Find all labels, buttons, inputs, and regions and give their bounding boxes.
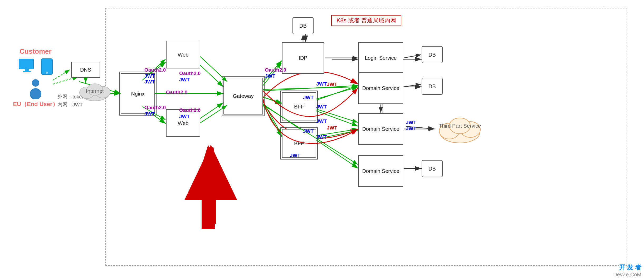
jwt-bff2-ds2: JWT bbox=[316, 134, 327, 140]
person-icon bbox=[28, 78, 43, 99]
jwt-gateway-label: JWT bbox=[265, 73, 275, 79]
oauth2-label-3: Oauth2.0 bbox=[166, 89, 187, 95]
diagram: K8s 或者 普通局域内网 Customer EU（End Use bbox=[0, 0, 644, 279]
customer-area: Customer EU（End User） bbox=[5, 47, 66, 108]
oauth2-label-4: Oauth2.0 bbox=[144, 105, 166, 111]
oauth2-gateway-label: Oauth2.0 bbox=[265, 67, 286, 73]
db-idp-box: DB bbox=[292, 17, 314, 34]
jwt-label-1: JWT bbox=[144, 73, 155, 79]
jwt-label-2: JWT bbox=[144, 79, 155, 85]
jwt-ds2-right: JWT bbox=[406, 120, 416, 126]
watermark: 开 发 者 DevZe.CoM bbox=[613, 263, 641, 278]
third-part-label: Third Part Service bbox=[435, 122, 485, 129]
jwt-bff1-ds1: JWT bbox=[316, 104, 327, 110]
tablet-icon bbox=[40, 58, 53, 76]
jwt-bff1: JWT bbox=[303, 95, 314, 101]
internet-cloud: Internet bbox=[78, 82, 112, 103]
oauth2-label-2: Oauth2.0 bbox=[179, 71, 201, 76]
internet-label: Internet bbox=[78, 88, 112, 94]
desktop-icon bbox=[18, 58, 36, 76]
login-service-box: Login Service bbox=[358, 42, 403, 74]
jwt-bff2: JWT bbox=[303, 128, 314, 134]
dns-box: DNS bbox=[71, 62, 100, 78]
jwt-label-5: JWT bbox=[179, 114, 190, 119]
eu-label: EU（End User） bbox=[5, 100, 66, 108]
jwt-label-3: JWT bbox=[179, 77, 190, 83]
customer-icons bbox=[5, 58, 66, 76]
jwt-ds2-right2: JWT bbox=[406, 126, 416, 132]
oauth2-label-5: Oauth2.0 bbox=[179, 107, 201, 113]
oauth2-label-1: Oauth2.0 bbox=[144, 67, 166, 73]
jwt-ds3: JWT bbox=[290, 153, 300, 158]
jwt-bff1-ds2: JWT bbox=[316, 118, 327, 124]
person-icon-container bbox=[5, 78, 66, 99]
jwt-domain1: JWT bbox=[316, 81, 327, 87]
web2-box: Web bbox=[166, 109, 200, 137]
db-domain3-box: DB bbox=[422, 160, 443, 177]
svg-rect-30 bbox=[19, 59, 33, 69]
svg-rect-32 bbox=[23, 71, 31, 72]
k8s-label: K8s 或者 普通局域内网 bbox=[331, 15, 401, 26]
idp-box: IDP bbox=[282, 42, 324, 74]
svg-rect-31 bbox=[25, 69, 29, 71]
db-login-box: DB bbox=[422, 46, 443, 63]
domain-service3-box: Domain Service bbox=[358, 155, 403, 187]
jwt-label-4: JWT bbox=[144, 111, 155, 117]
watermark-line2: DevZe.CoM bbox=[613, 272, 641, 278]
third-part-cloud: Third Part Service bbox=[435, 113, 485, 147]
web1-box: Web bbox=[166, 41, 200, 68]
jwt-red-ds2: JWT bbox=[327, 125, 337, 131]
watermark-line1: 开 发 者 bbox=[613, 263, 641, 272]
customer-label: Customer bbox=[5, 47, 66, 56]
svg-point-34 bbox=[46, 72, 48, 74]
svg-point-35 bbox=[32, 79, 39, 87]
svg-point-36 bbox=[30, 88, 41, 99]
gateway-box: Gateway bbox=[223, 78, 263, 114]
domain-service1-box: Domain Service bbox=[358, 72, 403, 104]
db-domain1-box: DB bbox=[422, 78, 443, 95]
jwt-red-ds1: JWT bbox=[327, 82, 337, 87]
domain-service2-box: Domain Service bbox=[358, 113, 403, 145]
